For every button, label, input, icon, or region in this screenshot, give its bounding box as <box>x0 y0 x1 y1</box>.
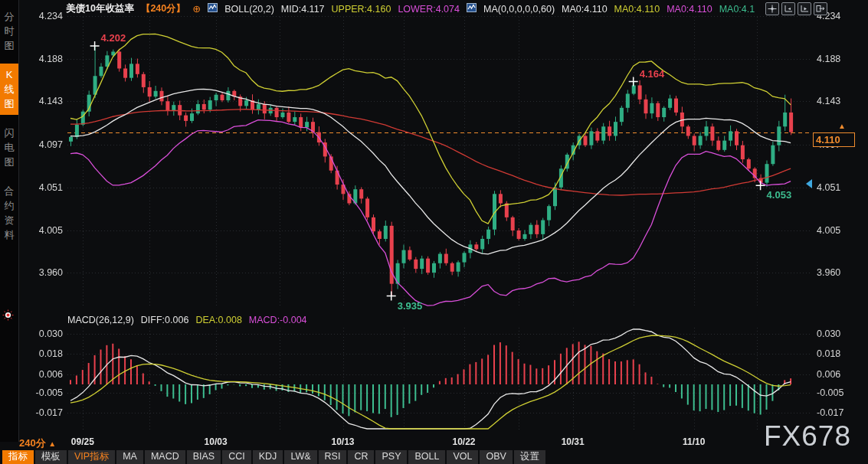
macd-axis-label-left: 0.030 <box>17 328 63 339</box>
boll-upper-value: UPPER:4.160 <box>332 4 391 15</box>
macd-params: MACD(26,12,9) <box>67 315 134 325</box>
toolbar-item-psy[interactable]: PSY <box>375 450 407 464</box>
toolbar-item-macd[interactable]: MACD <box>145 450 185 464</box>
compress-right-icon[interactable] <box>798 2 811 15</box>
macd-axis-label-left: -0.005 <box>17 387 63 398</box>
y-axis-label-right: 4.188 <box>817 54 863 64</box>
period-label: 【240分】 <box>141 2 185 15</box>
axis-pointer-icon <box>806 179 812 188</box>
period-dropdown-arrow-icon: ▲ <box>48 439 56 448</box>
toolbar-item-settings[interactable]: 设置 <box>514 450 545 464</box>
indicator-toolbar: 指标模板VIP指标MAMACDBIASCCIKDJLW&RSICRPSYBOLL… <box>2 450 545 464</box>
indicator-icon[interactable] <box>467 3 477 15</box>
price-marker-label: 4.202 <box>101 32 126 44</box>
x-axis-date: 09/25 <box>65 436 100 447</box>
chart-title: 美债10年收益率 <box>66 2 134 15</box>
crosshair-icon[interactable] <box>765 2 779 15</box>
chart-header: 美债10年收益率【240分】⊕BOLL(20,2)MID:4.117UPPER:… <box>66 2 755 15</box>
price-marker-label: 4.164 <box>640 68 665 80</box>
toolbar-item-template[interactable]: 模板 <box>35 450 67 464</box>
x-axis-date: 11/10 <box>676 436 712 447</box>
boll-label: BOLL(20,2) <box>224 4 274 15</box>
macd-axis-label-right: 0.018 <box>817 348 863 359</box>
price-marker-label: 3.935 <box>398 300 423 312</box>
toolbar-item-vip-indicator[interactable]: VIP指标 <box>68 450 115 464</box>
period-text: 240分 <box>19 437 46 449</box>
dea-value: DEA:0.008 <box>195 315 241 325</box>
toolbar-item-cci[interactable]: CCI <box>222 450 251 464</box>
record-icon[interactable] <box>2 309 14 324</box>
price-up-arrow-icon: ▲ <box>838 122 846 130</box>
y-axis-label-right: 4.143 <box>817 96 863 106</box>
chart-tool-buttons <box>765 2 827 15</box>
macd-axis-label-left: 0.018 <box>17 348 63 359</box>
ma0-magenta-value: MA0:4.110 <box>667 4 712 15</box>
macd-axis-label-right: -0.005 <box>817 387 863 398</box>
y-axis-label-left: 4.097 <box>17 139 63 150</box>
y-axis-label-left: 4.234 <box>17 11 63 21</box>
ma-params: MA(0,0,0,0,0,60) <box>483 4 555 15</box>
pan-right-icon[interactable] <box>814 2 827 15</box>
sidebar-item-flash-chart[interactable]: 闪 电 图 <box>0 122 18 173</box>
current-price-badge: 4.110 <box>813 132 855 147</box>
sidebar-item-time-chart[interactable]: 分 时 图 <box>0 5 18 57</box>
macd-axis-label-left: -0.017 <box>17 407 63 418</box>
macd-axis-label-right: -0.017 <box>817 407 863 418</box>
x-axis-date: 10/03 <box>198 436 234 447</box>
toolbar-item-obv[interactable]: OBV <box>480 450 512 464</box>
y-axis-label-left: 4.005 <box>17 225 63 236</box>
toolbar-item-kdj[interactable]: KDJ <box>253 450 283 464</box>
sidebar-item-kline-chart[interactable]: K 线 图 <box>0 64 18 115</box>
toolbar-item-rsi[interactable]: RSI <box>319 450 347 464</box>
macd-value: MACD:-0.004 <box>249 315 307 325</box>
toolbar-item-cr[interactable]: CR <box>348 450 374 464</box>
y-axis-label-left: 4.143 <box>17 96 63 106</box>
y-axis-label-right: 3.960 <box>817 267 863 278</box>
boll-lower-value: LOWER:4.074 <box>398 4 460 15</box>
macd-axis-label-right: 0.030 <box>817 328 863 339</box>
ma0-yellow-value: MA0:4.110 <box>614 4 660 15</box>
toolbar-item-ma[interactable]: MA <box>116 450 143 464</box>
y-axis-label-right: 4.051 <box>817 182 863 193</box>
y-axis-label-left: 3.960 <box>17 267 63 278</box>
toolbar-item-vol[interactable]: VOL <box>447 450 478 464</box>
x-axis-date: 10/22 <box>447 436 482 447</box>
boll-mid-value: MID:4.117 <box>281 4 325 15</box>
toolbar-item-boll[interactable]: BOLL <box>408 450 445 464</box>
toolbar-item-lw[interactable]: LW& <box>284 450 316 464</box>
watermark: FX678 <box>764 420 851 453</box>
sidebar-item-contract-info[interactable]: 合 约 资 料 <box>0 180 18 246</box>
price-marker-label: 4.053 <box>767 189 792 201</box>
x-axis-date: 10/31 <box>555 436 591 447</box>
compress-left-icon[interactable] <box>781 2 795 15</box>
y-axis-label-left: 4.188 <box>17 54 63 64</box>
y-axis-label-right: 4.005 <box>817 225 863 236</box>
macd-header: MACD(26,12,9)DIFF:0.006DEA:0.008MACD:-0.… <box>67 315 307 325</box>
macd-axis-label-right: 0.006 <box>817 369 863 380</box>
diff-value: DIFF:0.006 <box>141 315 189 325</box>
app-window: 分 时 图K 线 图闪 电 图合 约 资 料 美债10年收益率【240分】⊕BO… <box>0 0 868 464</box>
ma0-white-value: MA0:4.110 <box>562 4 608 15</box>
macd-axis-label-left: 0.006 <box>17 369 63 380</box>
toolbar-item-indicator[interactable]: 指标 <box>2 450 34 464</box>
add-circle-icon[interactable]: ⊕ <box>192 3 201 15</box>
toolbar-item-bias[interactable]: BIAS <box>187 450 221 464</box>
x-axis-date: 10/13 <box>326 436 361 447</box>
chart-canvas[interactable] <box>0 0 868 464</box>
ma0-green-value: MA0:4.1 <box>719 4 755 15</box>
y-axis-label-left: 4.051 <box>17 182 63 193</box>
indicator-icon[interactable] <box>208 3 218 15</box>
period-selector[interactable]: 240分 ▲ <box>19 436 56 450</box>
